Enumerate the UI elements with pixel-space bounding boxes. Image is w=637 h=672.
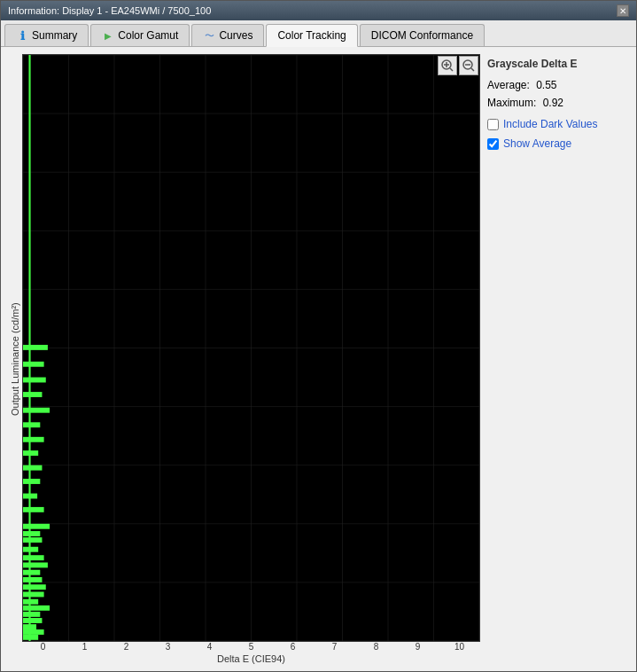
- svg-rect-48: [23, 570, 40, 575]
- chart-inner: 0 1 2 3 4 5 6 7 8 9 10 Delta E (CIE: [22, 54, 480, 664]
- x-tick-4: 4: [189, 642, 230, 652]
- svg-rect-56: [23, 624, 36, 629]
- x-tick-1: 1: [64, 642, 105, 652]
- tab-color-gamut[interactable]: ▶ Color Gamut: [90, 24, 190, 46]
- svg-rect-50: [23, 584, 46, 590]
- tabs-bar: ℹ Summary ▶ Color Gamut 〜 Curves Color T…: [1, 20, 636, 47]
- svg-rect-33: [23, 392, 42, 397]
- svg-rect-42: [23, 524, 50, 529]
- tab-dicom[interactable]: DICOM Conformance: [360, 24, 485, 46]
- tab-dicom-label: DICOM Conformance: [371, 29, 473, 42]
- content-area: Output Luminance (cd/m²): [1, 47, 636, 671]
- svg-rect-31: [23, 362, 44, 367]
- sidebar-title: Grayscale Delta E: [487, 58, 629, 70]
- include-dark-values-row: Include Dark Values: [487, 118, 629, 130]
- x-tick-5: 5: [230, 642, 272, 652]
- svg-rect-46: [23, 555, 44, 560]
- x-tick-2: 2: [105, 642, 147, 652]
- x-tick-6: 6: [272, 642, 314, 652]
- zoom-in-button[interactable]: [438, 56, 457, 75]
- svg-rect-57: [23, 629, 44, 635]
- svg-rect-40: [23, 494, 37, 499]
- x-tick-3: 3: [147, 642, 189, 652]
- show-average-checkbox[interactable]: [487, 138, 499, 150]
- svg-rect-41: [23, 507, 44, 512]
- chart-plot-area: [22, 54, 480, 642]
- svg-rect-53: [23, 606, 50, 611]
- svg-line-6: [471, 68, 474, 71]
- x-axis-ticks: 0 1 2 3 4 5 6 7 8 9 10: [22, 642, 480, 652]
- sidebar-average-row: Average: 0.55: [487, 79, 629, 91]
- x-tick-10: 10: [439, 642, 480, 652]
- show-average-row: Show Average: [487, 137, 629, 150]
- svg-rect-45: [23, 547, 38, 552]
- svg-rect-35: [23, 422, 40, 427]
- y-axis-label: Output Luminance (cd/m²): [8, 54, 22, 664]
- sidebar-maximum-row: Maximum: 0.92: [487, 97, 629, 109]
- tab-color-gamut-label: Color Gamut: [118, 29, 178, 42]
- tab-color-tracking-label: Color Tracking: [277, 29, 346, 42]
- curve-icon: 〜: [203, 29, 215, 42]
- x-axis-container: 0 1 2 3 4 5 6 7 8 9 10 Delta E (CIE: [22, 642, 480, 664]
- svg-rect-51: [23, 592, 44, 598]
- svg-rect-54: [23, 612, 40, 617]
- sidebar: Grayscale Delta E Average: 0.55 Maximum:…: [487, 54, 629, 664]
- main-window: Information: Display 1 - EA245WMi / 7500…: [0, 0, 637, 672]
- x-tick-0: 0: [22, 642, 64, 652]
- title-bar: Information: Display 1 - EA245WMi / 7500…: [1, 1, 636, 20]
- sidebar-maximum-label: Maximum:: [487, 97, 536, 109]
- svg-rect-43: [23, 531, 40, 536]
- window-title: Information: Display 1 - EA245WMi / 7500…: [8, 5, 211, 16]
- svg-rect-47: [23, 562, 48, 567]
- x-tick-9: 9: [397, 642, 439, 652]
- include-dark-values-checkbox[interactable]: [487, 119, 499, 130]
- svg-rect-38: [23, 465, 42, 471]
- svg-line-3: [450, 68, 453, 71]
- svg-rect-39: [23, 479, 40, 484]
- zoom-controls: [438, 56, 478, 75]
- chart-svg: [23, 55, 479, 641]
- svg-rect-30: [23, 345, 48, 350]
- svg-rect-36: [23, 437, 44, 442]
- include-dark-values-label[interactable]: Include Dark Values: [503, 118, 598, 130]
- sidebar-average-label: Average:: [487, 79, 530, 91]
- svg-rect-58: [23, 635, 38, 640]
- info-icon: ℹ: [16, 29, 28, 42]
- svg-rect-34: [23, 408, 50, 413]
- svg-rect-55: [23, 618, 42, 623]
- chart-wrapper: Output Luminance (cd/m²): [8, 54, 480, 664]
- sidebar-maximum-value: 0.92: [543, 97, 563, 109]
- x-axis-label: Delta E (CIE94): [217, 652, 285, 664]
- svg-rect-44: [23, 537, 42, 543]
- svg-rect-37: [23, 450, 38, 456]
- x-tick-8: 8: [355, 642, 397, 652]
- tab-color-tracking[interactable]: Color Tracking: [266, 24, 357, 47]
- tab-summary-label: Summary: [32, 29, 77, 42]
- zoom-out-button[interactable]: [459, 56, 478, 75]
- triangle-icon: ▶: [102, 29, 114, 42]
- sidebar-average-value: 0.55: [536, 79, 556, 91]
- x-tick-7: 7: [314, 642, 355, 652]
- svg-rect-49: [23, 577, 42, 582]
- tab-curves-label: Curves: [219, 29, 252, 42]
- tab-curves[interactable]: 〜 Curves: [191, 24, 264, 46]
- close-button[interactable]: ✕: [617, 4, 629, 17]
- chart-container: Output Luminance (cd/m²): [8, 54, 480, 664]
- tab-summary[interactable]: ℹ Summary: [4, 24, 89, 46]
- show-average-label[interactable]: Show Average: [503, 137, 571, 150]
- svg-rect-52: [23, 599, 38, 605]
- svg-rect-32: [23, 378, 46, 383]
